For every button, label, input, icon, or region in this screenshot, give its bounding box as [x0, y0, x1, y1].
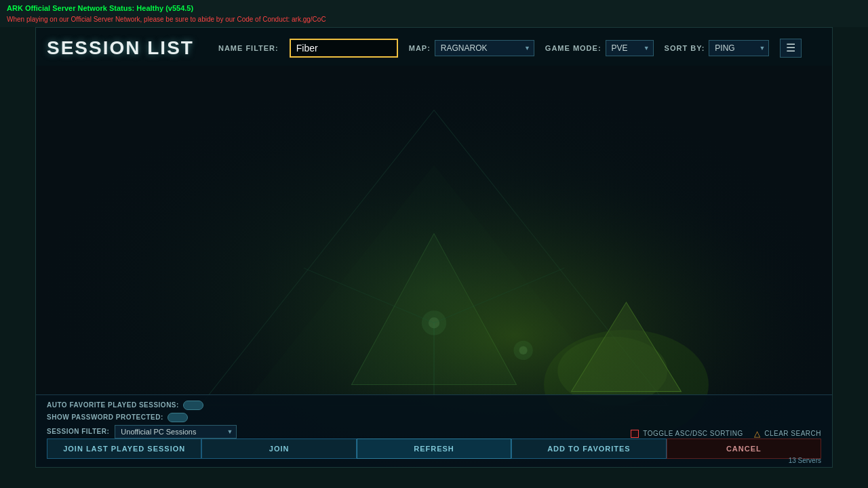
table-row[interactable]: ★FEARLESSPVE/FIBERCRAFT/FASTFLYER/TEKDRO…	[36, 129, 832, 145]
svg-point-9	[422, 310, 446, 335]
clear-search-item[interactable]: △ CLEAR SEARCH	[754, 429, 821, 439]
bottom-options-left: AUTO FAVORITE PLAYED SESSIONS: SHOW PASS…	[47, 401, 237, 439]
session-players: 1 / 16	[564, 164, 658, 172]
session-ping: 393	[658, 148, 713, 157]
add-to-favorites-button[interactable]: ADD TO FAVORITES	[511, 439, 666, 459]
session-players: 0 / 10	[564, 273, 658, 281]
session-mode: PVE	[767, 273, 821, 281]
map-filter-group: MAP: RAGNAROK THE ISLAND THE CENTER SCOR…	[409, 40, 534, 56]
session-mode: PVE	[767, 148, 821, 157]
session-day: 4	[713, 148, 767, 157]
action-buttons: JOIN LAST PLAYED SESSION JOIN REFRESH AD…	[47, 439, 821, 459]
table-row[interactable]: ★StayMadsVSEscapees/boosted/Fibercraft/i…	[36, 270, 832, 285]
col-mode: MODE	[767, 70, 821, 78]
clear-search-label: CLEAR SEARCH	[764, 430, 821, 437]
network-status: ARK Official Server Network Status: Heal…	[7, 3, 861, 14]
svg-point-12	[519, 346, 528, 354]
session-day: 6	[713, 258, 767, 266]
session-day: 463	[713, 195, 767, 203]
join-last-session-button[interactable]: JOIN LAST PLAYED SESSION	[47, 439, 201, 459]
star-icon: ★	[47, 117, 54, 126]
toggle-sorting-label: TOGGLE ASC/DSC SORTING	[643, 430, 743, 437]
auto-favorite-toggle[interactable]	[183, 401, 203, 410]
status-bar: ARK Official Server Network Status: Heal…	[0, 0, 868, 27]
session-filter-wrapper: Unofficial PC Sessions Official PC Sessi…	[115, 425, 237, 439]
table-row[interactable]: ★Lazarus 75xTame/300xBreed/Boosted/Fiber…	[36, 239, 832, 254]
session-mode: PVE	[767, 102, 821, 110]
session-name: ★Deserted Divide/Fibercraft/Boosted/clus…	[47, 163, 441, 173]
session-map: Ragnarok	[441, 226, 564, 235]
session-players: 10 / 33	[564, 180, 658, 188]
session-ping: 440	[658, 211, 713, 219]
session-players: 15 / 32	[564, 195, 658, 203]
table-row[interactable]: ★FORBIDDENSKYPEOPLE1000XPRAGNAROK-FIBERC…	[36, 114, 832, 129]
session-name: ★Fibercraft 100x	[47, 226, 441, 235]
name-filter-input[interactable]	[290, 39, 398, 58]
map-select[interactable]: RAGNAROK THE ISLAND THE CENTER SCORCHED …	[435, 40, 534, 56]
header: SESSION LIST NAME FILTER: MAP: RAGNAROK …	[36, 28, 832, 66]
session-mode: PVE	[767, 226, 821, 235]
table-row[interactable]: ★MVP5I000X/INSTATAME/QUICKBREED/FIBERCRA…	[36, 254, 832, 270]
session-ping: 165	[658, 102, 713, 110]
session-map: Ragnarok	[441, 273, 564, 281]
session-ping: 233	[658, 117, 713, 125]
cancel-button[interactable]: CANCEL	[667, 439, 821, 459]
table-row[interactable]: ★Kalosis/75x/Fibercraft/ModDrops/Instame…	[36, 192, 832, 207]
session-map: Ragnarok	[441, 164, 564, 172]
session-filter-select[interactable]: Unofficial PC Sessions Official PC Sessi…	[115, 425, 237, 439]
session-day: 293	[713, 226, 767, 235]
join-button[interactable]: JOIN	[201, 439, 356, 459]
session-map: Ragnarok	[441, 102, 564, 110]
table-header: SESSION MAP PLAYERS PING DAY MODE	[36, 66, 832, 83]
sort-toggle-button[interactable]: ☰	[780, 39, 802, 58]
session-ping: 132	[658, 86, 713, 94]
table-row[interactable]: ★EscapeesFiberClusterRag Ragnarok 2 / 26…	[36, 207, 832, 223]
table-row[interactable]: ★Grimms_Fibercraft_FastTame_Affil_WhiteW…	[36, 176, 832, 192]
table-row[interactable]: ★Fibercraft 100x Ragnarok 0 / 10 9999 29…	[36, 223, 832, 239]
table-row[interactable]: ★Tree Of Souls Servers 1000XP Rag-Fiberc…	[36, 98, 832, 114]
star-icon: ★	[47, 85, 54, 95]
session-day: 179	[713, 211, 767, 219]
game-mode-select[interactable]: PVE PVP PVE-C	[606, 40, 654, 56]
session-mode: PVE	[767, 258, 821, 266]
session-mode: PVE	[767, 164, 821, 172]
session-mode: PVE	[767, 86, 821, 94]
col-day: DAY	[713, 70, 767, 78]
col-session: SESSION	[47, 70, 441, 78]
name-filter-label: NAME FILTER:	[218, 44, 279, 52]
page-title: SESSION LIST	[47, 37, 194, 59]
star-icon: ★	[47, 241, 54, 251]
session-filter-label: SESSION FILTER:	[47, 428, 109, 435]
session-mode: PVE	[767, 211, 821, 219]
session-players: 4 / 16	[564, 242, 658, 250]
table-row[interactable]: ★ULTIMAGAMING/fibercraft/100x/instatame/…	[36, 145, 832, 161]
network-label: ARK Official Server Network Status:	[7, 4, 136, 12]
session-players: 0 / 10	[564, 226, 658, 235]
clear-search-icon: △	[754, 429, 761, 439]
star-icon: ★	[47, 163, 54, 173]
session-map: Ragnarok	[441, 148, 564, 157]
game-mode-select-wrapper: PVE PVP PVE-C	[606, 40, 654, 56]
main-panel: SESSION LIST NAME FILTER: MAP: RAGNAROK …	[35, 27, 833, 468]
show-password-toggle[interactable]	[167, 413, 188, 422]
refresh-button[interactable]: REFRESH	[357, 439, 511, 459]
table-row[interactable]: ★HecticGaming/Fibercraft/RACpve/100x/Fas…	[36, 83, 832, 98]
session-day: 717	[713, 180, 767, 188]
session-day: 625	[713, 242, 767, 250]
star-icon: ★	[47, 101, 54, 110]
toggle-sorting-checkbox	[631, 430, 639, 438]
session-name: ★FEARLESSPVE/FIBERCRAFT/FASTFLYER/TEKDRO…	[47, 132, 441, 142]
session-map: Ragnarok	[441, 211, 564, 219]
sort-select[interactable]: PING PLAYERS DAY NAME	[709, 40, 769, 56]
session-mode: PVE	[767, 195, 821, 203]
session-ping: 9999	[658, 258, 713, 266]
session-ping: 355	[658, 133, 713, 141]
session-filter-row: SESSION FILTER: Unofficial PC Sessions O…	[47, 425, 237, 439]
table-row[interactable]: ★Deserted Divide/Fibercraft/Boosted/clus…	[36, 161, 832, 176]
session-name: ★EscapeesFiberClusterRag	[47, 210, 441, 220]
sort-by-label: SORT BY:	[665, 44, 705, 52]
session-mode: PVE	[767, 117, 821, 125]
session-ping: 402	[658, 164, 713, 172]
toggle-sorting-item[interactable]: TOGGLE ASC/DSC SORTING	[631, 430, 743, 438]
session-players: 0 / 32	[564, 117, 658, 125]
